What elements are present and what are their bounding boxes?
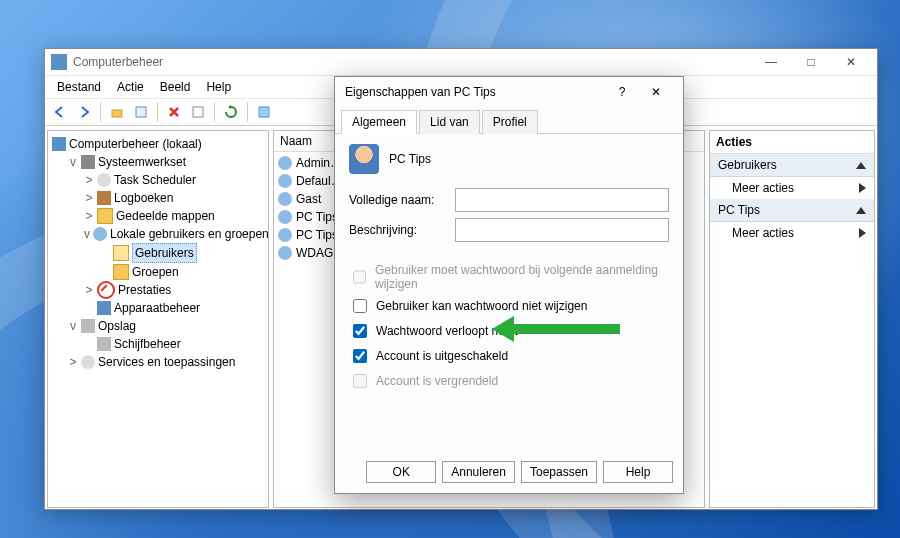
actions-section-label: Gebruikers — [718, 158, 777, 172]
tree-shared-folders[interactable]: >Gedeelde mappen — [84, 207, 266, 225]
actions-section-pctips[interactable]: PC Tips — [710, 199, 874, 222]
check-label: Wachtwoord verloopt nooit — [376, 324, 518, 338]
menu-file[interactable]: Bestand — [49, 78, 109, 96]
tree-services-apps[interactable]: >Services en toepassingen — [68, 353, 266, 371]
forward-button[interactable] — [73, 101, 95, 123]
chevron-right-icon — [859, 228, 866, 238]
apply-button[interactable]: Toepassen — [521, 461, 597, 483]
check-account-disabled-box[interactable] — [353, 349, 367, 363]
fullname-field[interactable] — [455, 188, 669, 212]
menu-view[interactable]: Beeld — [152, 78, 199, 96]
user-name: PC Tips — [389, 152, 431, 166]
tree-local-users-groups[interactable]: vLokale gebruikers en groepen — [84, 225, 266, 243]
help-button[interactable] — [253, 101, 275, 123]
dialog-help-button[interactable]: ? — [605, 77, 639, 107]
cancel-button[interactable]: Annuleren — [442, 461, 515, 483]
actions-pane: Acties Gebruikers Meer acties PC Tips Me… — [709, 130, 875, 508]
actions-item-label: Meer acties — [732, 226, 794, 240]
collapse-icon[interactable]: v — [68, 153, 78, 171]
tree-groups-label: Groepen — [132, 263, 179, 281]
check-never-expires-box[interactable] — [353, 324, 367, 338]
actions-more-users[interactable]: Meer acties — [710, 177, 874, 199]
tree-systools[interactable]: vSysteemwerkset — [68, 153, 266, 171]
tab-general[interactable]: Algemeen — [341, 110, 417, 134]
up-button[interactable] — [106, 101, 128, 123]
expand-icon[interactable]: > — [84, 281, 94, 299]
users-icon — [93, 227, 107, 241]
delete-button[interactable] — [163, 101, 185, 123]
check-label: Account is vergrendeld — [376, 374, 498, 388]
check-account-disabled[interactable]: Account is uitgeschakeld — [349, 346, 669, 366]
help-button[interactable]: Help — [603, 461, 673, 483]
svg-rect-2 — [193, 107, 203, 117]
tree-task-scheduler[interactable]: >Task Scheduler — [84, 171, 266, 189]
svg-rect-3 — [259, 107, 269, 117]
expand-icon[interactable]: > — [84, 207, 94, 225]
folder-icon — [113, 264, 129, 280]
tab-memberof[interactable]: Lid van — [419, 110, 480, 134]
expand-icon[interactable]: > — [84, 171, 94, 189]
tree-task-label: Task Scheduler — [114, 171, 196, 189]
actions-section-label: PC Tips — [718, 203, 760, 217]
actions-more-pctips[interactable]: Meer acties — [710, 222, 874, 244]
tree-device-manager[interactable]: Apparaatbeheer — [84, 299, 266, 317]
collapse-icon[interactable]: v — [84, 225, 90, 243]
user-icon — [278, 174, 292, 188]
clock-icon — [97, 173, 111, 187]
user-icon — [278, 156, 292, 170]
refresh-button[interactable] — [220, 101, 242, 123]
check-cannot-change-box[interactable] — [353, 299, 367, 313]
storage-icon — [81, 319, 95, 333]
check-label: Account is uitgeschakeld — [376, 349, 508, 363]
tree-users-node[interactable]: Gebruikers — [100, 243, 266, 263]
list-item-label: Gast — [296, 190, 321, 208]
description-field[interactable] — [455, 218, 669, 242]
actions-item-label: Meer acties — [732, 181, 794, 195]
tab-bar: Algemeen Lid van Profiel — [335, 109, 683, 134]
properties-button[interactable] — [130, 101, 152, 123]
expand-icon[interactable]: > — [84, 189, 94, 207]
user-icon — [278, 192, 292, 206]
collapse-icon — [856, 207, 866, 214]
ok-button[interactable]: OK — [366, 461, 436, 483]
services-icon — [81, 355, 95, 369]
tree-groups-node[interactable]: Groepen — [100, 263, 266, 281]
dialog-close-button[interactable]: ✕ — [639, 77, 673, 107]
actions-section-users[interactable]: Gebruikers — [710, 154, 874, 177]
back-button[interactable] — [49, 101, 71, 123]
description-label: Beschrijving: — [349, 223, 449, 237]
maximize-button[interactable]: □ — [791, 49, 831, 75]
tab-profile[interactable]: Profiel — [482, 110, 538, 134]
computer-icon — [52, 137, 66, 151]
export-button[interactable] — [187, 101, 209, 123]
tree-storage[interactable]: vOpslag — [68, 317, 266, 335]
collapse-icon[interactable]: v — [68, 317, 78, 335]
dialog-titlebar: Eigenschappen van PC Tips ? ✕ — [335, 77, 683, 107]
perf-icon — [97, 281, 115, 299]
menu-action[interactable]: Actie — [109, 78, 152, 96]
check-cannot-change[interactable]: Gebruiker kan wachtwoord niet wijzigen — [349, 296, 669, 316]
expand-icon[interactable]: > — [68, 353, 78, 371]
user-icon — [278, 228, 292, 242]
check-label: Gebruiker kan wachtwoord niet wijzigen — [376, 299, 587, 313]
tree-performance[interactable]: >Prestaties — [84, 281, 266, 299]
tree-root[interactable]: Computerbeheer (lokaal) — [52, 135, 266, 153]
app-icon — [51, 54, 67, 70]
minimize-button[interactable]: — — [751, 49, 791, 75]
tree-services-label: Services en toepassingen — [98, 353, 235, 371]
tree-logbooks[interactable]: >Logboeken — [84, 189, 266, 207]
tree-log-label: Logboeken — [114, 189, 173, 207]
check-must-change: Gebruiker moet wachtwoord bij volgende a… — [349, 263, 669, 291]
book-icon — [97, 191, 111, 205]
user-icon — [278, 246, 292, 260]
tree-disk-management[interactable]: Schijfbeheer — [84, 335, 266, 353]
menu-help[interactable]: Help — [198, 78, 239, 96]
chevron-right-icon — [859, 183, 866, 193]
tree-systools-label: Systeemwerkset — [98, 153, 186, 171]
titlebar: Computerbeheer — □ ✕ — [45, 49, 877, 75]
tree-lug-label: Lokale gebruikers en groepen — [110, 225, 269, 243]
tools-icon — [81, 155, 95, 169]
list-item-label: PC Tips — [296, 226, 338, 244]
check-never-expires[interactable]: Wachtwoord verloopt nooit — [349, 321, 669, 341]
close-button[interactable]: ✕ — [831, 49, 871, 75]
